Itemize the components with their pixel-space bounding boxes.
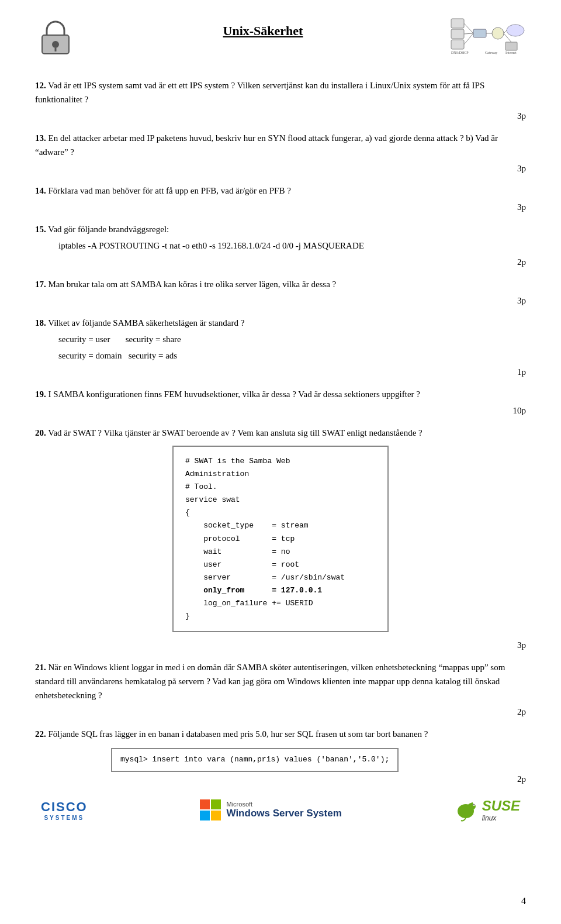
svg-line-13 bbox=[504, 30, 507, 33]
question-17-text: 17. Man brukar tala om att SAMBA kan kör… bbox=[35, 277, 526, 291]
mysql-code: mysql> insert into vara (namn,pris) valu… bbox=[120, 755, 389, 764]
question-13-points: 3p bbox=[35, 161, 526, 175]
svg-rect-14 bbox=[505, 42, 517, 50]
svg-point-26 bbox=[473, 804, 475, 805]
question-22-points: 2p bbox=[35, 772, 526, 786]
question-21: 21. När en Windows klient loggar in med … bbox=[35, 660, 526, 719]
svg-point-12 bbox=[507, 25, 524, 36]
svg-rect-5 bbox=[451, 40, 464, 49]
question-20-code-block: # SWAT is the Samba Web Administration #… bbox=[172, 446, 389, 632]
page-number: 4 bbox=[521, 896, 526, 906]
svg-line-9 bbox=[464, 33, 473, 44]
question-18-points: 1p bbox=[35, 365, 526, 379]
suse-logo: SUSE linux bbox=[454, 798, 520, 822]
footer-logos: CISCO SYSTEMS Microsoft Windows Server S… bbox=[35, 798, 526, 822]
svg-point-10 bbox=[492, 27, 504, 39]
question-18-option2: security = domain security = ads bbox=[58, 349, 526, 363]
svg-rect-22 bbox=[211, 811, 221, 820]
question-17-points: 3p bbox=[35, 294, 526, 308]
svg-rect-20 bbox=[211, 799, 221, 809]
question-18: 18. Vilket av följande SAMBA säkerhetslä… bbox=[35, 316, 526, 379]
microsoft-logo: Microsoft Windows Server System bbox=[200, 799, 342, 820]
code-line-1: # SWAT is the Samba Web bbox=[185, 455, 376, 468]
svg-rect-3 bbox=[451, 19, 464, 28]
network-diagram-icon: DNS/DHCP Gateway Internet bbox=[450, 18, 526, 58]
question-17: 17. Man brukar tala om att SAMBA kan kör… bbox=[35, 277, 526, 308]
code-line-10: server = /usr/sbin/swat bbox=[185, 571, 376, 584]
svg-point-1 bbox=[52, 41, 59, 48]
ms-flag-icon bbox=[200, 799, 221, 820]
code-line-3: # Tool. bbox=[185, 481, 376, 494]
code-line-13: } bbox=[185, 610, 376, 623]
question-14-points: 3p bbox=[35, 200, 526, 214]
code-line-6: socket_type = stream bbox=[185, 519, 376, 532]
question-22-text: 22. Följande SQL fras lägger in en banan… bbox=[35, 727, 526, 741]
code-line-11: only_from = 127.0.0.1 bbox=[185, 584, 376, 597]
question-13: 13. En del attacker arbetar med IP paket… bbox=[35, 131, 526, 175]
question-14: 14. Förklara vad man behöver för att få … bbox=[35, 184, 526, 214]
question-14-text: 14. Förklara vad man behöver för att få … bbox=[35, 184, 526, 198]
question-18-option1: security = user security = share bbox=[58, 332, 526, 346]
svg-rect-4 bbox=[451, 29, 464, 39]
suse-text: SUSE bbox=[482, 798, 520, 814]
code-line-8: wait = no bbox=[185, 546, 376, 558]
question-15-rule: iptables -A POSTROUTING -t nat -o eth0 -… bbox=[58, 239, 526, 253]
question-18-text: 18. Vilket av följande SAMBA säkerhetslä… bbox=[35, 316, 526, 330]
svg-rect-21 bbox=[200, 811, 210, 820]
mysql-code-box: mysql> insert into vara (namn,pris) valu… bbox=[111, 748, 399, 772]
question-21-text: 21. När en Windows klient loggar in med … bbox=[35, 660, 526, 702]
question-21-points: 2p bbox=[35, 705, 526, 719]
linux-text: linux bbox=[482, 814, 497, 822]
lock-icon bbox=[35, 18, 76, 61]
question-13-text: 13. En del attacker arbetar med IP paket… bbox=[35, 131, 526, 159]
question-22: 22. Följande SQL fras lägger in en banan… bbox=[35, 727, 526, 786]
svg-text:DNS/DHCP: DNS/DHCP bbox=[451, 51, 469, 54]
question-19-points: 10p bbox=[35, 404, 526, 418]
svg-text:Internet: Internet bbox=[505, 51, 517, 54]
suse-chameleon-icon bbox=[454, 798, 477, 822]
svg-line-7 bbox=[464, 23, 473, 33]
question-20-text: 20. Vad är SWAT ? Vilka tjänster är SWAT… bbox=[35, 426, 526, 440]
code-line-4: service swat bbox=[185, 494, 376, 506]
ms-product-label: Windows Server System bbox=[227, 808, 342, 819]
code-line-5: { bbox=[185, 506, 376, 519]
main-content: 12. Vad är ett IPS system samt vad är et… bbox=[35, 78, 526, 786]
svg-rect-19 bbox=[200, 799, 210, 809]
svg-line-8 bbox=[464, 33, 473, 34]
question-15-points: 2p bbox=[35, 255, 526, 269]
cisco-logo: CISCO SYSTEMS bbox=[41, 799, 88, 821]
cisco-systems-text: SYSTEMS bbox=[44, 815, 84, 821]
code-line-7: protocol = tcp bbox=[185, 533, 376, 546]
question-12: 12. Vad är ett IPS system samt vad är et… bbox=[35, 78, 526, 123]
question-15: 15. Vad gör följande brandväggsregel: ip… bbox=[35, 222, 526, 269]
svg-text:Gateway: Gateway bbox=[485, 51, 497, 54]
question-19: 19. I SAMBA konfigurationen finns FEM hu… bbox=[35, 387, 526, 418]
code-line-12: log_on_failure += USERID bbox=[185, 597, 376, 610]
cisco-text: CISCO bbox=[41, 799, 88, 815]
code-line-9: user = root bbox=[185, 558, 376, 571]
question-15-text: 15. Vad gör följande brandväggsregel: bbox=[35, 222, 526, 236]
page-header: Unix-Säkerhet DNS/DHCP Gateway Inte bbox=[35, 18, 526, 61]
page-title: Unix-Säkerhet bbox=[76, 23, 450, 39]
question-19-text: 19. I SAMBA konfigurationen finns FEM hu… bbox=[35, 387, 526, 401]
ms-label: Microsoft bbox=[227, 801, 342, 808]
question-12-text: 12. Vad är ett IPS system samt vad är et… bbox=[35, 78, 526, 106]
svg-rect-6 bbox=[473, 29, 486, 37]
code-line-2: Administration bbox=[185, 468, 376, 481]
question-20-points: 3p bbox=[35, 638, 526, 652]
question-12-points: 3p bbox=[35, 109, 526, 123]
question-20: 20. Vad är SWAT ? Vilka tjänster är SWAT… bbox=[35, 426, 526, 652]
page-title-block: Unix-Säkerhet bbox=[76, 18, 450, 39]
